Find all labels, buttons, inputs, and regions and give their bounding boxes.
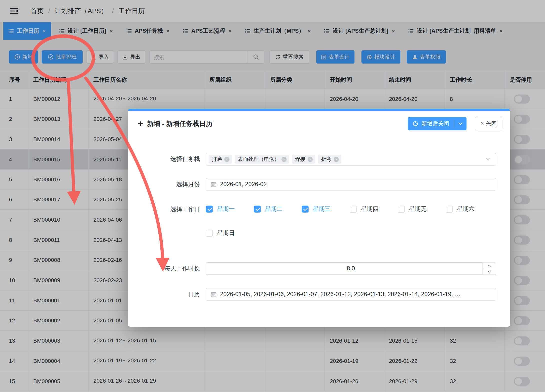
calendar-dates-label: 日历 — [128, 288, 200, 301]
checkbox-label: 星期日 — [217, 229, 235, 237]
weekday-checkbox-item[interactable]: 星期六 — [446, 205, 494, 213]
checkbox[interactable] — [398, 205, 405, 212]
checkbox[interactable] — [206, 205, 213, 212]
checkbox[interactable] — [446, 205, 453, 212]
daily-hours-value: 8.0 — [347, 265, 355, 272]
save-and-close-label: 新增后关闭 — [421, 120, 449, 127]
close-icon: × — [480, 120, 484, 127]
weekday-checkbox-item[interactable]: 星期二 — [254, 205, 302, 213]
weekday-checkbox-item[interactable]: 星期日 — [206, 229, 254, 237]
button-divider — [454, 120, 454, 128]
weekday-checkbox-group: 星期一 星期二 星期三 星期四 星期无 星期六 星期日 — [206, 205, 498, 237]
month-select-label: 选择月份 — [128, 178, 200, 190]
weekday-checkbox-item[interactable]: 星期三 — [302, 205, 350, 213]
dialog-header-buttons: 新增后关闭 × 关闭 — [408, 117, 502, 130]
chevron-down-icon[interactable] — [485, 157, 491, 161]
dialog-title-text: 新增 - 新增任务栈日历 — [147, 119, 212, 128]
weekday-checkbox-item[interactable]: 星期一 — [206, 205, 254, 213]
tag-label: 焊接 — [295, 156, 305, 162]
number-stepper — [483, 263, 496, 274]
close-dialog-label: 关闭 — [486, 120, 497, 127]
checkbox-label: 星期一 — [217, 205, 235, 213]
tag-remove-icon[interactable]: × — [224, 157, 230, 162]
workday-select-label: 选择工作日 — [128, 205, 200, 214]
circle-notch-icon — [413, 121, 418, 126]
checkbox-label: 星期六 — [457, 205, 475, 213]
batch-add-dialog: 新增 - 新增任务栈日历 新增后关闭 × 关闭 选择任务栈 打磨 × 表面处 — [128, 109, 510, 327]
selected-stack-tag: 焊接 × — [292, 155, 315, 164]
daily-hours-label: 每天工作时长 — [128, 262, 200, 275]
calendar-icon — [211, 181, 217, 187]
tag-remove-icon[interactable]: × — [281, 157, 287, 162]
dialog-header: 新增 - 新增任务栈日历 新增后关闭 × 关闭 — [128, 117, 510, 130]
checkbox-label: 星期四 — [361, 205, 378, 213]
tag-remove-icon[interactable]: × — [334, 157, 339, 162]
stack-multiselect[interactable]: 打磨 × 表面处理（电泳） × 焊接 × 折弯 × — [206, 153, 496, 165]
calendar-dates-input[interactable]: 2026-01-05, 2026-01-06, 2026-01-07, 2026… — [206, 288, 496, 301]
stepper-down-button[interactable] — [483, 268, 496, 274]
selected-stack-tag: 表面处理（电泳） × — [235, 155, 289, 164]
app-window: 首页 / 计划排产（APS） / 工作日历 工作日历 × 设计 [工作日历] ×… — [0, 0, 545, 392]
month-picker-input[interactable]: 2026-01, 2026-02 — [206, 178, 496, 190]
checkbox[interactable] — [254, 205, 261, 212]
tag-label: 表面处理（电泳） — [238, 156, 279, 162]
checkbox[interactable] — [302, 205, 309, 212]
checkbox-label: 星期三 — [313, 205, 330, 213]
stack-tags: 打磨 × 表面处理（电泳） × 焊接 × 折弯 × — [209, 155, 344, 164]
calendar-dates-value: 2026-01-05, 2026-01-06, 2026-01-07, 2026… — [220, 291, 461, 298]
selected-stack-tag: 折弯 × — [318, 155, 341, 164]
daily-hours-input[interactable]: 8.0 — [206, 262, 496, 275]
calendar-icon — [211, 291, 217, 297]
stepper-up-button[interactable] — [483, 263, 496, 268]
plus-icon — [138, 121, 143, 126]
checkbox[interactable] — [350, 205, 357, 212]
dialog-title: 新增 - 新增任务栈日历 — [138, 119, 212, 128]
save-and-close-button[interactable]: 新增后关闭 — [408, 117, 466, 130]
chevron-down-icon[interactable] — [458, 122, 463, 125]
checkbox[interactable] — [206, 229, 213, 236]
checkbox-label: 星期无 — [409, 205, 427, 213]
tag-label: 折弯 — [321, 156, 332, 162]
tag-label: 打磨 — [212, 156, 222, 162]
weekday-checkbox-item[interactable]: 星期无 — [398, 205, 446, 213]
selected-stack-tag: 打磨 × — [209, 155, 232, 164]
month-picker-value: 2026-01, 2026-02 — [220, 181, 267, 188]
checkbox-label: 星期二 — [265, 205, 282, 213]
weekday-checkbox-item[interactable]: 星期四 — [350, 205, 398, 213]
stack-select-label: 选择任务栈 — [128, 153, 200, 165]
close-dialog-button[interactable]: × 关闭 — [475, 117, 502, 130]
tag-remove-icon[interactable]: × — [308, 157, 313, 162]
